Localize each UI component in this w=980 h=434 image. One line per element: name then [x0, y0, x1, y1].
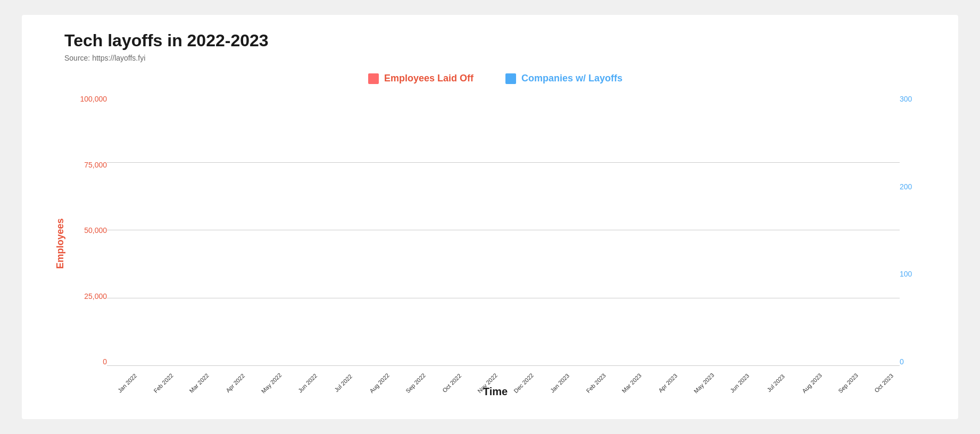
x-label: Sep 2023 [833, 368, 863, 398]
x-label: Feb 2023 [580, 368, 610, 398]
x-label: Feb 2022 [148, 368, 178, 398]
legend-color-red [368, 73, 379, 84]
bars-container [107, 95, 900, 366]
y-label-right-100: 100 [900, 270, 912, 278]
x-label: Dec 2022 [509, 368, 538, 398]
x-label: Jan 2022 [112, 368, 142, 398]
x-axis-title: Time [483, 386, 508, 398]
y-label-right-200: 200 [900, 182, 912, 191]
y-label-100k: 100,000 [80, 95, 107, 103]
x-label: Jun 2022 [293, 368, 322, 398]
x-label: Jun 2023 [725, 368, 754, 398]
x-label: Mar 2023 [617, 368, 646, 398]
plot-area [107, 95, 900, 366]
x-label: Jul 2023 [761, 368, 791, 398]
x-label: Jul 2022 [328, 368, 358, 398]
x-label: Oct 2023 [869, 368, 899, 398]
y-label-right-0: 0 [900, 357, 904, 366]
y-label-75k: 75,000 [84, 161, 107, 169]
chart-container: Tech layoffs in 2022-2023 Source: https:… [22, 15, 958, 419]
x-label: Aug 2023 [797, 368, 827, 398]
legend-companies: Companies w/ Layoffs [505, 73, 622, 84]
y-label-right-300: 300 [900, 95, 912, 103]
legend-color-blue [505, 73, 516, 84]
legend-employees: Employees Laid Off [368, 73, 474, 84]
y-axis-left: 100,000 75,000 50,000 25,000 0 [64, 95, 107, 366]
chart-title: Tech layoffs in 2022-2023 [64, 31, 926, 51]
legend-label-employees: Employees Laid Off [384, 73, 474, 84]
x-label: Mar 2022 [184, 368, 214, 398]
x-label: Apr 2023 [653, 368, 683, 398]
x-label: May 2023 [689, 368, 719, 398]
x-label: Jan 2023 [545, 368, 575, 398]
x-label: Aug 2022 [364, 368, 394, 398]
x-label: Oct 2022 [437, 368, 467, 398]
y-label-0: 0 [103, 357, 107, 366]
chart-area: Employees 100,000 75,000 50,000 25,000 0… [64, 95, 926, 393]
y-label-50k: 50,000 [84, 226, 107, 235]
chart-source: Source: https://layoffs.fyi [64, 54, 926, 62]
x-label: May 2022 [256, 368, 286, 398]
chart-legend: Employees Laid Off Companies w/ Layoffs [64, 73, 926, 84]
x-label: Sep 2022 [401, 368, 430, 398]
x-label: Apr 2022 [220, 368, 250, 398]
y-label-25k: 25,000 [84, 292, 107, 301]
y-axis-right: 300 200 100 0 [900, 95, 926, 366]
legend-label-companies: Companies w/ Layoffs [521, 73, 622, 84]
